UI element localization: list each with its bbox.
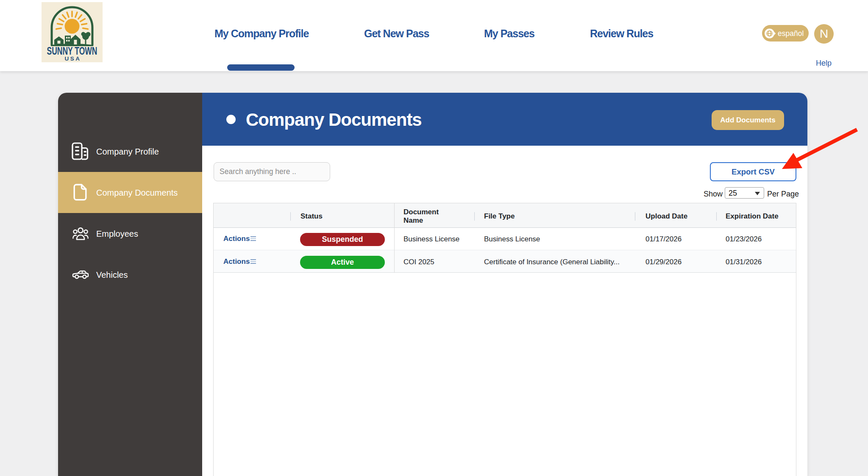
svg-text:USA: USA — [64, 55, 81, 62]
svg-text:SUNNY TOWN: SUNNY TOWN — [47, 45, 97, 57]
